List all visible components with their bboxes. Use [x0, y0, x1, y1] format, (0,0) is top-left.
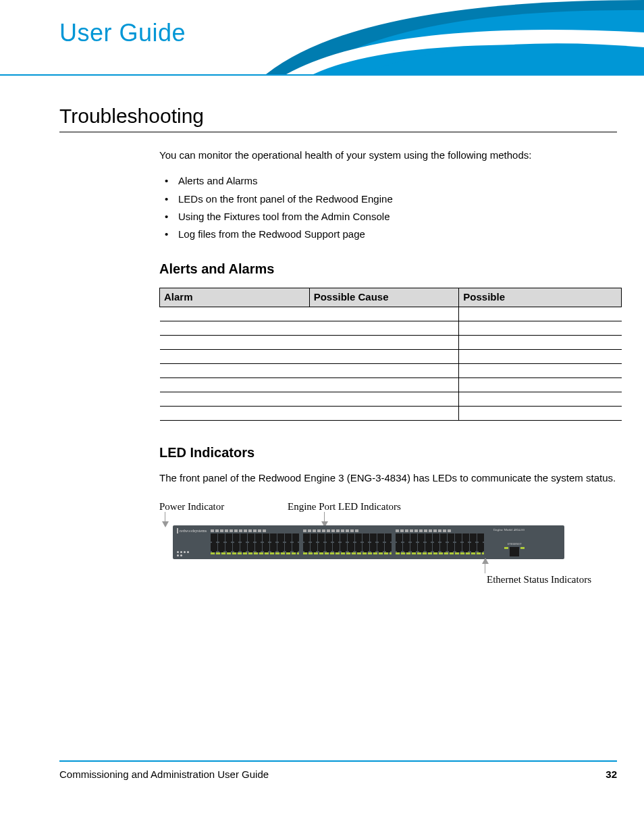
- device-brand-text: redwoodsystems: [180, 528, 207, 533]
- rj45-port-icon: [418, 533, 425, 542]
- rj45-port-icon: [325, 533, 332, 542]
- logo-icon: [177, 528, 178, 533]
- th-possible: Possible: [459, 288, 622, 307]
- rj45-port-icon: [263, 533, 269, 542]
- rj45-port-icon: [240, 543, 247, 551]
- device-logo: redwoodsystems: [177, 528, 207, 533]
- rj45-port-icon: [318, 533, 325, 542]
- rj45-port-icon: [211, 533, 217, 542]
- rj45-port-icon: [255, 533, 262, 542]
- ethernet-block: ETHERNET: [504, 542, 525, 556]
- rj45-port-icon: [340, 533, 347, 542]
- eth-led-icon: [504, 547, 508, 549]
- rj45-port-icon: [385, 533, 392, 542]
- rj45-port-icon: [370, 543, 377, 551]
- body-block: You can monitor the operational health o…: [159, 149, 617, 594]
- rj45-port-icon: [396, 543, 402, 551]
- alerts-heading: Alerts and Alarms: [159, 260, 617, 278]
- arrow-line: [165, 512, 165, 521]
- rj45-port-icon: [348, 543, 354, 551]
- rj45-port-icon: [396, 533, 402, 542]
- rj45-port-icon: [318, 543, 325, 551]
- rj45-port-icon: [218, 543, 225, 551]
- power-indicator-label: Power Indicator: [159, 500, 224, 513]
- device-diagram: Power Indicator Engine Port LED Indicato…: [159, 500, 591, 594]
- rj45-port-icon: [410, 533, 417, 542]
- rj45-port-icon: [303, 533, 310, 542]
- arrow-line: [485, 564, 485, 573]
- arrow-down-icon: [162, 521, 169, 527]
- rj45-port-icon: [277, 533, 284, 542]
- device-left-panel: redwoodsystems: [177, 528, 207, 556]
- rj45-port-icon: [285, 543, 292, 551]
- arrow-up-icon: [482, 558, 489, 564]
- led-heading: LED Indicators: [159, 444, 617, 462]
- rj45-port-icon: [363, 543, 369, 551]
- intro-text: You can monitor the operational health o…: [159, 149, 617, 162]
- th-cause: Possible Cause: [309, 288, 459, 307]
- rj45-port-icon: [448, 533, 454, 542]
- rj45-port-icon: [440, 543, 447, 551]
- network-device: redwoodsystems Engine Model 4834.00: [173, 525, 564, 559]
- rj45-port-icon: [340, 543, 347, 551]
- rj45-port-icon: [233, 533, 240, 542]
- rj45-port-icon: [403, 543, 410, 551]
- brand-title: User Guide: [59, 19, 186, 47]
- arrow-line: [324, 512, 325, 521]
- rj45-port-icon: [425, 533, 432, 542]
- page-footer: Commissioning and Administration User Gu…: [59, 760, 617, 780]
- engine-port-label: Engine Port LED Indicators: [288, 500, 401, 513]
- list-item: Alerts and Alarms: [159, 174, 617, 188]
- rj45-port-icon: [311, 543, 317, 551]
- rj45-port-icon: [455, 543, 462, 551]
- table-row: [160, 363, 622, 377]
- rj45-port-icon: [225, 533, 232, 542]
- rj45-port-icon: [233, 543, 240, 551]
- rj45-port-icon: [363, 533, 369, 542]
- rj45-port-icon: [248, 543, 254, 551]
- eth-led-icon: [520, 547, 525, 549]
- header-rule: [0, 74, 644, 76]
- rj45-port-icon: [477, 543, 484, 551]
- footer-text: Commissioning and Administration User Gu…: [59, 768, 269, 780]
- page-header: User Guide: [0, 0, 644, 78]
- rj45-port-icon: [333, 533, 340, 542]
- rj45-port-icon: [240, 533, 247, 542]
- page-content: Troubleshooting You can monitor the oper…: [59, 105, 617, 594]
- rj45-port-icon: [218, 533, 225, 542]
- port-group: [303, 529, 392, 554]
- rj45-port-icon: [462, 533, 469, 542]
- rj45-port-icon: [377, 533, 384, 542]
- ethernet-port-icon: [510, 547, 519, 556]
- rj45-port-icon: [325, 543, 332, 551]
- table-row: [160, 406, 622, 420]
- rj45-port-icon: [225, 543, 232, 551]
- rj45-port-icon: [477, 533, 484, 542]
- device-right-panel: Engine Model 4834.00 ETHERNET: [488, 528, 525, 556]
- rj45-port-icon: [255, 543, 262, 551]
- rj45-port-icon: [370, 533, 377, 542]
- rj45-port-icon: [263, 543, 269, 551]
- rj45-port-icon: [410, 543, 417, 551]
- rj45-port-icon: [403, 533, 410, 542]
- rj45-port-icon: [462, 543, 469, 551]
- table-row: [160, 335, 622, 349]
- rj45-port-icon: [333, 543, 340, 551]
- table-row: [160, 392, 622, 406]
- rj45-port-icon: [448, 543, 454, 551]
- table-row: [160, 307, 622, 321]
- rj45-port-icon: [277, 543, 284, 551]
- port-group: [211, 529, 299, 554]
- rj45-port-icon: [418, 543, 425, 551]
- list-item: LEDs on the front panel of the Redwood E…: [159, 192, 617, 206]
- rj45-port-icon: [355, 533, 362, 542]
- rj45-port-icon: [377, 543, 384, 551]
- rj45-port-icon: [248, 533, 254, 542]
- rj45-port-icon: [348, 533, 354, 542]
- page-title: Troubleshooting: [59, 105, 617, 132]
- device-model-text: Engine Model 4834.00: [493, 528, 525, 533]
- rj45-port-icon: [455, 533, 462, 542]
- list-item: Using the Fixtures tool from the Admin C…: [159, 210, 617, 224]
- rj45-port-icon: [355, 543, 362, 551]
- rj45-port-icon: [470, 543, 477, 551]
